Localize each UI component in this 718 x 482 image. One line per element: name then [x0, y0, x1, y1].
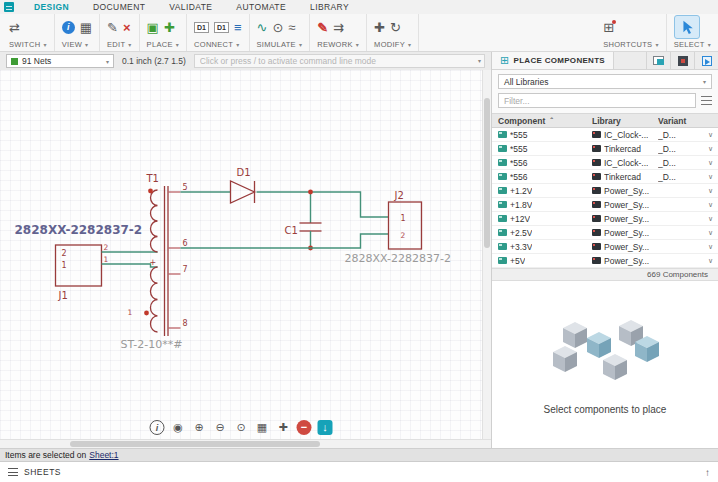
tab-document[interactable]: DOCUMENT [81, 2, 157, 12]
table-row[interactable]: +1.8V Power_Sy... ∨ [492, 198, 718, 212]
zoom-in-icon[interactable]: ⊕ [192, 420, 207, 435]
net-wire[interactable] [257, 192, 389, 217]
add-part-icon[interactable]: ✚ [164, 21, 175, 34]
chevron-down-icon[interactable]: ∨ [708, 131, 715, 139]
t1-secondary-winding[interactable] [150, 267, 157, 332]
zoom-out-icon[interactable]: ⊖ [213, 420, 228, 435]
horizontal-scrollbar-thumb[interactable] [70, 441, 320, 447]
net-wire[interactable] [181, 234, 389, 248]
panel-tab-inspector[interactable] [694, 52, 718, 69]
eye-icon[interactable]: ◉ [171, 420, 186, 435]
switch-view-icon[interactable]: ⇄ [9, 21, 20, 34]
table-row[interactable]: +12V Power_Sy... ∨ [492, 212, 718, 226]
chevron-down-icon[interactable]: ▾ [478, 57, 481, 64]
table-row[interactable]: *555 Tinkercad _D...∨ [492, 142, 718, 156]
table-row[interactable]: *555 IC_Clock-... _D...∨ [492, 128, 718, 142]
j2-value-label[interactable]: 2828XX-2282837-2 [345, 252, 451, 265]
tab-library[interactable]: LIBRARY [298, 2, 361, 12]
measure-icon[interactable]: ≈ [288, 21, 295, 34]
rework-pen-icon[interactable]: ✎ [317, 21, 328, 34]
waveform-icon[interactable]: ∿ [257, 21, 268, 34]
j2-connector-symbol[interactable] [389, 202, 422, 249]
table-row[interactable]: +2.5V Power_Sy... ∨ [492, 226, 718, 240]
expand-panel-icon[interactable]: ↑ [705, 467, 710, 478]
info-icon[interactable]: i [150, 420, 165, 435]
command-line-input[interactable] [194, 54, 485, 68]
shortcuts-menu[interactable]: SHORTCUTS▾ [603, 38, 659, 49]
place-menu[interactable]: PLACE▾ [147, 38, 179, 49]
rotate-icon[interactable]: ↻ [390, 21, 401, 34]
chevron-down-icon[interactable]: ∨ [708, 187, 715, 195]
table-row[interactable]: +5V Power_Sy... ∨ [492, 254, 718, 268]
delete-icon[interactable]: × [123, 21, 131, 34]
c1-ref-label[interactable]: C1 [285, 225, 298, 236]
d1-diode-symbol[interactable] [231, 181, 255, 203]
filter-options-icon[interactable] [701, 96, 712, 105]
modify-menu[interactable]: MODIFY▾ [374, 38, 411, 49]
table-row[interactable]: +1.2V Power_Sy... ∨ [492, 184, 718, 198]
t1-value-label[interactable]: ST-2-10**# [121, 338, 183, 351]
chevron-down-icon[interactable]: ∨ [708, 257, 715, 265]
chevron-down-icon[interactable]: ∨ [708, 229, 715, 237]
switch-menu[interactable]: SWITCH▾ [9, 38, 47, 49]
j1-value-label[interactable]: 2828XX-2282837-2 [15, 223, 143, 237]
info-icon[interactable]: i [62, 21, 75, 34]
tab-automate[interactable]: AUTOMATE [224, 2, 298, 12]
view-menu[interactable]: VIEW▾ [62, 38, 92, 49]
sheets-label[interactable]: SHEETS [24, 467, 61, 477]
move-icon[interactable]: ✚ [374, 21, 385, 34]
grid-icon[interactable]: ▦ [80, 21, 92, 34]
j2-ref-label[interactable]: J2 [394, 190, 404, 201]
table-row[interactable]: +3.3V Power_Sy... ∨ [492, 240, 718, 254]
chevron-down-icon[interactable]: ∨ [708, 201, 715, 209]
j1-ref-label[interactable]: J1 [58, 290, 68, 301]
tab-design[interactable]: DESIGN [22, 2, 81, 12]
panel-tab-layers[interactable] [646, 52, 670, 69]
pan-tool-icon[interactable]: ↓ [318, 420, 333, 435]
d1-ref-label[interactable]: D1 [237, 167, 251, 178]
select-tool-button[interactable] [674, 15, 700, 39]
table-row[interactable]: *556 Tinkercad _D...∨ [492, 170, 718, 184]
connect-menu[interactable]: CONNECT▾ [194, 38, 242, 49]
swap-icon[interactable]: ⇉ [333, 21, 344, 34]
chevron-down-icon[interactable]: ∨ [708, 215, 715, 223]
filter-input[interactable] [498, 93, 696, 108]
vertical-scrollbar-thumb[interactable] [484, 98, 490, 248]
chevron-down-icon[interactable]: ∨ [708, 145, 715, 153]
pencil-icon[interactable]: ✎ [107, 21, 118, 34]
net-label-icon[interactable]: D1 [194, 22, 209, 33]
column-library[interactable]: Library [592, 116, 658, 126]
sheets-menu-icon[interactable] [8, 468, 18, 476]
horizontal-scrollbar[interactable] [0, 439, 491, 448]
chevron-down-icon[interactable]: ∨ [708, 159, 715, 167]
crosshair-icon[interactable]: ✚ [276, 420, 291, 435]
pin-label-icon[interactable]: D1 [214, 22, 229, 33]
vertical-scrollbar[interactable] [482, 70, 491, 439]
grid-toggle-icon[interactable]: ▦ [255, 420, 270, 435]
bus-icon[interactable]: ≡ [234, 21, 242, 34]
rework-menu[interactable]: REWORK▾ [317, 38, 359, 49]
place-components-tab[interactable]: ⊞ PLACE COMPONENTS [492, 52, 614, 69]
chevron-down-icon[interactable]: ∨ [708, 173, 715, 181]
t1-ref-label[interactable]: T1 [146, 173, 159, 184]
library-dropdown[interactable]: All Libraries ▾ [498, 74, 712, 89]
nets-dropdown[interactable]: 91 Nets ▾ [6, 54, 114, 68]
probe-icon[interactable]: ⊙ [272, 21, 283, 34]
sheet-link[interactable]: Sheet:1 [89, 450, 118, 460]
remove-icon[interactable]: − [297, 420, 312, 435]
shortcuts-icon[interactable]: ⊞ [603, 21, 614, 34]
edit-menu[interactable]: EDIT▾ [107, 38, 132, 49]
library-icon [592, 173, 601, 180]
column-variant[interactable]: Variant [658, 116, 718, 126]
place-part-icon[interactable]: ▣ [147, 21, 159, 34]
column-component[interactable]: Component ˆ [492, 116, 592, 126]
tab-validate[interactable]: VALIDATE [157, 2, 224, 12]
zoom-fit-icon[interactable]: ⊙ [234, 420, 249, 435]
simulate-menu[interactable]: SIMULATE▾ [257, 38, 303, 49]
select-menu[interactable]: SELECT▾ [674, 38, 711, 49]
t1-primary-winding[interactable] [151, 190, 158, 252]
table-row[interactable]: *556 IC_Clock-... _D...∨ [492, 156, 718, 170]
schematic-canvas[interactable]: 2828XX-2282837-2 2 1 2 1 J1 T1 [0, 70, 482, 439]
chevron-down-icon[interactable]: ∨ [708, 243, 715, 251]
panel-tab-components[interactable] [670, 52, 694, 69]
